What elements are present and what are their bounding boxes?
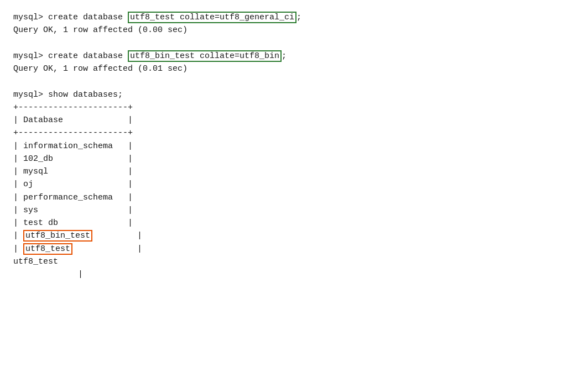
table-row-102db: | 102_db | [13,153,575,165]
row9-pipe-start: | [13,244,23,254]
cmd1-highlighted: utf8_test collate=utf8_general_ci [128,12,296,23]
cmd2-highlighted: utf8_bin_test collate=utf8_bin [128,50,282,62]
table-border-top: +----------------------+ [13,101,575,114]
show-databases-cmd: mysql> show databases; [13,88,575,101]
table-header-row: | Database | [13,114,575,127]
utf8-bin-test-value: utf8_bin_test [23,230,92,242]
rows-in-set: | [13,268,575,281]
table-row-testdb: | test db | [13,217,575,229]
table-border-bottom: utf8_test [13,255,575,268]
terminal-output: mysql> create database utf8_test collate… [13,11,575,281]
result-line-2: Query OK, 1 row affected (0.01 sec) [13,62,575,75]
table-row-mysql: | mysql | [13,165,575,178]
table-row-oj: | oj | [13,178,575,191]
table-row-sys: | sys | [13,204,575,217]
row9-pipe-end: | [72,244,142,254]
cmd2-semicolon: ; [282,51,287,61]
utf8-test-value: utf8_test [23,243,72,255]
command-line-1: mysql> create database utf8_test collate… [13,11,575,24]
cmd1-prefix: mysql> create database [13,13,128,22]
command-line-2: mysql> create database utf8_bin_test col… [13,50,575,62]
row8-pipe-start: | [13,231,23,240]
table-row-utf8-bin-test: | utf8_bin_test | [13,229,575,242]
table-row-info-schema: | information_schema | [13,140,575,153]
cmd1-semicolon: ; [296,13,301,22]
result-line-1: Query OK, 1 row affected (0.00 sec) [13,24,575,36]
cmd2-prefix: mysql> create database [13,51,128,61]
table-border-mid: +----------------------+ [13,127,575,139]
table-row-utf8-test: | utf8_test | [13,243,575,255]
row8-pipe-end: | [92,231,142,240]
table-row-perf-schema: | performance_schema | [13,191,575,204]
